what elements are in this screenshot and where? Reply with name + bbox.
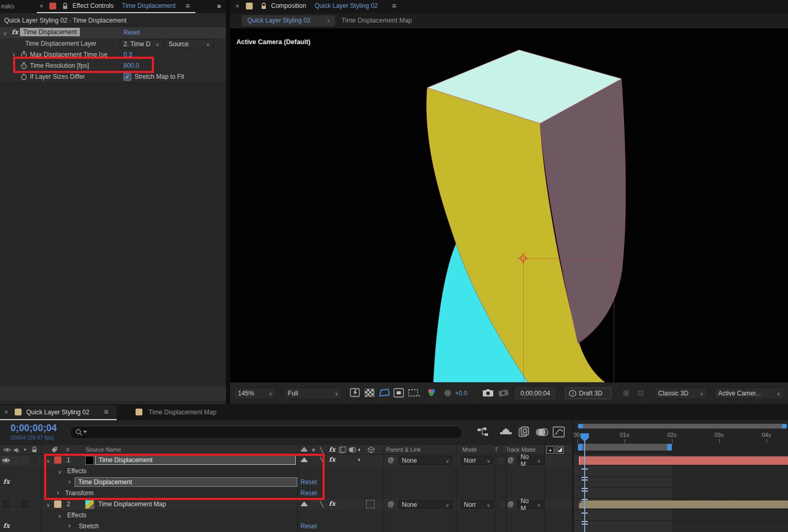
view-chip-active[interactable]: Quick Layer Styling 02 xyxy=(242,15,335,26)
matte-invert-icon[interactable] xyxy=(556,446,564,454)
layer-label-swatch[interactable] xyxy=(54,456,61,464)
mode-dropdown[interactable]: Norr xyxy=(460,500,494,509)
crop-region-icon[interactable] xyxy=(408,388,420,398)
guides-icon[interactable] xyxy=(393,388,404,398)
shy-switch[interactable] xyxy=(300,457,308,464)
video-column-icon[interactable] xyxy=(3,447,11,453)
close-icon[interactable] xyxy=(39,2,44,10)
label-column-icon[interactable] xyxy=(51,446,58,453)
exposure-value[interactable]: +0.0 xyxy=(455,390,468,397)
draft-3d-button[interactable]: Draft 3D xyxy=(565,388,611,399)
property-twirl-icon[interactable] xyxy=(68,521,70,529)
partial-tab-label[interactable]: eaks xyxy=(1,3,14,10)
source-dropdown[interactable]: Source xyxy=(165,39,213,48)
video-toggle[interactable] xyxy=(2,456,10,464)
group-twirl-icon[interactable] xyxy=(58,468,61,475)
fx-switch-icon[interactable]: fx xyxy=(329,446,335,453)
solo-toggle[interactable] xyxy=(20,456,29,464)
parent-dropdown[interactable]: None xyxy=(398,500,453,509)
lock-toggle[interactable] xyxy=(30,456,38,464)
effect-header-row[interactable]: fx Time Displacement Reset xyxy=(0,27,226,39)
col-parent-link[interactable]: Parent & Link xyxy=(386,446,421,453)
ground-plane-icon[interactable] xyxy=(638,389,644,397)
stopwatch-icon[interactable] xyxy=(20,62,27,69)
track-matte-dropdown[interactable]: No M xyxy=(517,500,544,509)
snapshot-camera-icon[interactable] xyxy=(482,389,494,397)
col-hash[interactable]: # xyxy=(66,446,69,453)
panel-overflow-icon[interactable] xyxy=(217,2,221,10)
layer2-duration-bar[interactable] xyxy=(579,500,788,508)
lock-icon[interactable] xyxy=(62,3,68,9)
fx-switch[interactable]: fx xyxy=(329,500,335,507)
frame-blending-icon[interactable] xyxy=(518,426,531,437)
scrollbar-left-cap[interactable] xyxy=(578,424,583,429)
motion-blur-switch-icon[interactable] xyxy=(348,446,356,453)
video-toggle[interactable] xyxy=(2,500,10,508)
audio-column-icon[interactable]: ◀) xyxy=(13,446,19,453)
fast-preview-icon[interactable] xyxy=(350,388,360,398)
effects-group-row[interactable]: Effects xyxy=(0,466,572,477)
property-twirl-icon[interactable] xyxy=(68,477,70,485)
layer-name-text[interactable]: Time Displacement Map xyxy=(98,500,166,508)
horizontal-scrollbar[interactable] xyxy=(578,424,787,429)
close-icon[interactable] xyxy=(235,2,240,10)
col-track-matte[interactable]: Track Matte xyxy=(505,446,536,453)
magnification-dropdown[interactable]: 145% xyxy=(234,388,276,399)
exposure-icon[interactable] xyxy=(444,388,451,397)
close-icon[interactable] xyxy=(4,408,8,416)
layer-dropdown[interactable]: 2. Time D xyxy=(120,39,163,48)
work-area-start-handle[interactable] xyxy=(578,444,583,451)
panel-menu-icon[interactable] xyxy=(392,2,396,10)
layer-label-swatch[interactable] xyxy=(54,500,61,508)
view-layout-icon[interactable] xyxy=(623,389,629,397)
threed-switch-icon[interactable] xyxy=(368,446,375,453)
effect-name-selected[interactable]: Time Displacement xyxy=(75,477,297,487)
twirl-closed-icon[interactable] xyxy=(13,50,15,58)
layer-row-1[interactable]: 1 Time Displacement fx None Norr No M xyxy=(0,455,572,466)
group-twirl-icon[interactable] xyxy=(58,512,61,519)
renderer-dropdown[interactable]: Classic 3D xyxy=(655,388,707,399)
search-options-chevron-icon[interactable] xyxy=(83,431,87,433)
lock-icon[interactable] xyxy=(261,3,267,9)
lock-toggle[interactable] xyxy=(30,500,38,508)
adjustment-switch-icon[interactable] xyxy=(358,446,361,453)
parent-pickwhip-icon[interactable] xyxy=(388,500,394,508)
param-value[interactable]: 0.3 xyxy=(123,51,132,58)
stopwatch-icon[interactable] xyxy=(20,51,27,58)
layer-name-selected[interactable]: Time Displacement xyxy=(95,455,296,465)
solo-column-icon[interactable]: ● xyxy=(24,447,26,452)
quality-switch[interactable] xyxy=(320,500,324,508)
effect-name-text[interactable]: Stretch xyxy=(79,523,99,530)
audio-toggle[interactable] xyxy=(11,456,19,464)
effect-reset-link[interactable]: Reset xyxy=(123,29,140,36)
effects-group-row[interactable]: Effects xyxy=(0,510,572,521)
tab-effect-controls[interactable]: Effect Controls Time Displacement xyxy=(37,0,195,13)
quality-switch[interactable] xyxy=(320,456,324,464)
time-ruler[interactable]: :00 01s 02s 03s 04s xyxy=(574,431,788,444)
transparency-grid-icon[interactable] xyxy=(365,389,375,397)
parent-dropdown[interactable]: None xyxy=(398,456,453,465)
scrollbar-right-cap[interactable] xyxy=(782,424,787,429)
mode-dropdown[interactable]: Norr xyxy=(460,456,494,465)
checkbox-checked[interactable] xyxy=(123,73,131,81)
preserve-transparency-toggle[interactable] xyxy=(497,456,506,465)
panel-menu-icon[interactable] xyxy=(185,2,190,10)
show-snapshot-icon[interactable] xyxy=(497,388,510,398)
anchor-point-target[interactable] xyxy=(517,252,530,265)
shy-switch-icon[interactable] xyxy=(300,446,308,453)
tab-menu-icon[interactable] xyxy=(104,408,108,416)
layer-twirl-icon[interactable] xyxy=(46,457,50,464)
region-of-interest-icon[interactable] xyxy=(379,388,390,398)
tab-timeline-inactive[interactable]: Time Displacement Map xyxy=(131,405,236,419)
solo-toggle[interactable] xyxy=(20,500,29,508)
shy-switch[interactable] xyxy=(300,501,308,508)
col-mode[interactable]: Mode xyxy=(462,446,477,453)
transform-row[interactable]: Transform Reset xyxy=(0,488,572,499)
effect-row-time-displacement[interactable]: fx Time Displacement Reset xyxy=(0,477,572,488)
parent-pickwhip-icon[interactable] xyxy=(388,456,394,464)
audio-toggle[interactable] xyxy=(11,500,19,508)
search-input[interactable] xyxy=(70,426,462,439)
layer-twirl-icon[interactable] xyxy=(46,501,50,508)
reset-link[interactable]: Reset xyxy=(300,489,317,497)
twirl-open-icon[interactable] xyxy=(3,29,7,37)
